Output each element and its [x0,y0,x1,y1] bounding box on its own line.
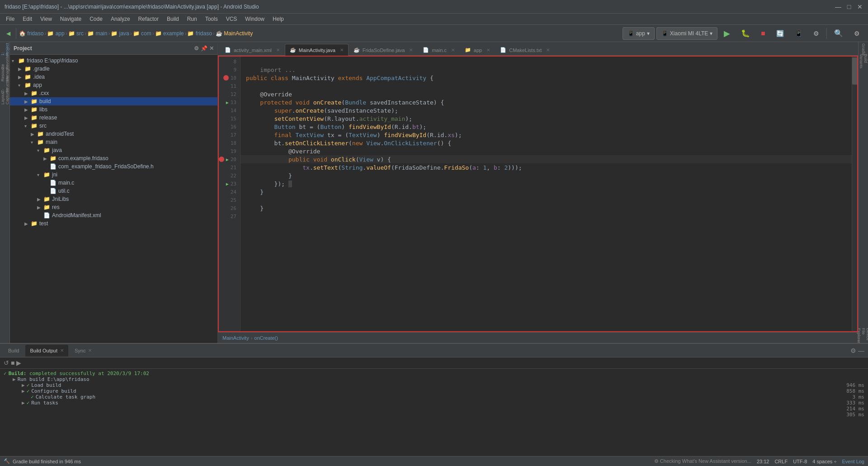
breadcrumb-java[interactable]: 📁 java [111,30,129,37]
tab-close-mainactivity[interactable]: ✕ [340,48,344,52]
code-editor[interactable]: 8 9 10 11 12 ▶ 13 14 15 16 17 18 19 [218,56,858,332]
line-col-indicator[interactable]: 23:12 [757,459,769,464]
avd-manager-button[interactable]: 📱 [790,27,807,40]
sdk-manager-button[interactable]: ⚙ [809,27,824,40]
tab-mainc[interactable]: 📄 main.c ✕ [418,44,459,56]
tree-item-main[interactable]: ▾ 📁 main [10,138,217,146]
tab-mainactivity-java[interactable]: ☕ MainActivity.java ✕ [285,44,349,56]
breadcrumb-src[interactable]: 📁 src [68,30,84,37]
tab-close-app[interactable]: ✕ [486,48,490,52]
right-side-icon-3[interactable]: Device File Explorer [858,330,868,341]
menu-tools[interactable]: Tools [202,15,222,23]
device-selector[interactable]: 📱 Xiaomi MI 4LTE ▾ [656,27,717,40]
tab-close-cmakelists[interactable]: ✕ [546,48,550,52]
close-button[interactable]: ✕ [856,3,863,10]
bottom-panel-minimize-button[interactable]: — [858,347,864,354]
indent-indicator[interactable]: 4 spaces ÷ [812,459,836,464]
breadcrumb-com[interactable]: 📁 com [133,30,151,37]
tab-close-fridasodefine[interactable]: ✕ [409,48,413,52]
tree-item-androidtest[interactable]: ▶ 📁 androidTest [10,130,217,138]
minimize-button[interactable]: — [835,3,842,10]
breadcrumb-main[interactable]: 📁 main [87,30,107,37]
bottom-tab-build-output[interactable]: Build Output ✕ [25,345,68,357]
breadcrumb-example[interactable]: 📁 example [155,30,184,37]
tree-item-utilc[interactable]: ▶ 📄 util.c [10,187,217,195]
menu-file[interactable]: File [2,15,18,23]
bottom-tab-close-sync[interactable]: ✕ [88,348,92,353]
tree-item-libs[interactable]: ▶ 📁 libs [10,105,217,114]
tab-close-mainc[interactable]: ✕ [451,48,455,52]
breakpoint-icon-10[interactable] [223,75,229,81]
run-marker-13: ▶ [226,100,229,105]
bottom-tab-sync[interactable]: Sync ✕ [70,345,96,357]
project-close-icon[interactable]: ✕ [209,45,214,52]
menu-refactor[interactable]: Refactor [135,15,162,23]
tree-item-jnilibs[interactable]: ▶ 📁 JniLibs [10,195,217,203]
breadcrumb-fridaso2[interactable]: 📁 fridaso [187,30,212,37]
bottom-panel-settings-button[interactable]: ⚙ [850,347,856,354]
menu-build[interactable]: Build [163,15,183,23]
tree-item-build[interactable]: ▶ 📁 build [10,97,217,105]
encoding-indicator[interactable]: UTF-8 [793,459,807,464]
tree-item-manifest[interactable]: ▶ 📄 AndroidManifest.xml [10,211,217,219]
settings-button[interactable]: ⚙ [849,27,864,40]
run-config-selector[interactable]: 📱 app ▾ [623,27,655,40]
tree-item-mainc[interactable]: ▶ 📄 main.c [10,179,217,187]
build-stop-button[interactable]: ■ [11,359,14,366]
navigation-back-button[interactable]: ◀ [4,27,13,40]
tree-item-cxx[interactable]: ▶ 📁 .cxx [10,89,217,97]
breakpoint-icon-20[interactable] [219,157,224,162]
side-icon-captures[interactable]: Layout Captures [0,91,10,102]
scroll-thumb[interactable] [852,57,858,85]
tree-item-res[interactable]: ▶ 📁 res [10,203,217,211]
build-filter-button[interactable]: ▶ [16,359,21,366]
menu-view[interactable]: View [37,15,56,23]
sync-button[interactable]: 🔄 [772,27,788,40]
menu-edit[interactable]: Edit [19,15,36,23]
tree-item-java[interactable]: ▾ 📁 java [10,146,217,154]
run-button[interactable]: ▶ [719,27,735,40]
breadcrumb-oncreate-method[interactable]: onCreate() [254,335,278,341]
tree-item-app[interactable]: ▾ 📁 app [10,81,217,89]
stop-button[interactable]: ■ [756,27,770,40]
tab-fridasodefine-java[interactable]: ☕ FridaSoDefine.java ✕ [349,44,418,56]
tab-cmakelists[interactable]: 📄 CMakeLists.txt ✕ [495,44,555,56]
right-side-icon-2[interactable]: Build Variants [858,56,868,67]
tree-item-release[interactable]: ▶ 📁 release [10,114,217,122]
breadcrumb-mainactivity-class[interactable]: MainActivity [222,335,249,341]
tab-close-activity-main[interactable]: ✕ [276,48,280,52]
menu-code[interactable]: Code [86,15,106,23]
menu-vcs[interactable]: VCS [222,15,241,23]
tree-item-test[interactable]: ▶ 📁 test [10,219,217,228]
debug-button[interactable]: 🐛 [736,27,755,40]
tree-item-com-example[interactable]: ▶ 📁 com.example.fridaso [10,154,217,162]
tree-item-h-file[interactable]: ▶ 📄 com_example_fridaso_FridaSoDefine.h [10,162,217,171]
tree-item-root[interactable]: ▾ 📁 fridaso E:\app\fridaso [10,57,217,65]
tree-item-gradle[interactable]: ▶ 📁 .gradle [10,65,217,73]
build-restart-button[interactable]: ↺ [4,359,9,366]
tree-item-jni[interactable]: ▾ 📁 jni [10,171,217,179]
breadcrumb-mainactivity[interactable]: ☕ MainActivity [216,30,253,37]
code-content[interactable]: import ... public class MainActivity ext… [241,56,852,332]
event-log-button[interactable]: Event Log [842,459,864,464]
breadcrumb-app[interactable]: 📁 app [47,30,64,37]
project-pin-icon[interactable]: 📌 [201,45,208,52]
tab-app[interactable]: 📁 app ✕ [460,44,495,56]
menu-window[interactable]: Window [241,15,268,23]
menu-run[interactable]: Run [184,15,201,23]
tree-item-src[interactable]: ▾ 📁 src [10,122,217,130]
bottom-tab-close-build-output[interactable]: ✕ [60,348,64,353]
search-everywhere-button[interactable]: 🔍 [830,27,848,40]
scrollbar-minimap[interactable] [852,56,858,332]
crlf-indicator[interactable]: CRLF [774,459,788,464]
tree-item-idea[interactable]: ▶ 📁 .idea [10,73,217,81]
bottom-tab-build[interactable]: Build [4,345,24,357]
menu-help[interactable]: Help [269,15,288,23]
project-sync-icon[interactable]: ⚙ [194,45,199,52]
menu-analyze[interactable]: Analyze [107,15,134,23]
breadcrumb-fridaso[interactable]: 🏠 fridaso [19,30,43,37]
maximize-button[interactable]: □ [845,3,853,10]
menu-navigate[interactable]: Navigate [57,15,85,23]
tab-activity-main-xml[interactable]: 📄 activity_main.xml ✕ [220,44,285,56]
right-side-icon-1[interactable]: Gradle [858,44,868,55]
